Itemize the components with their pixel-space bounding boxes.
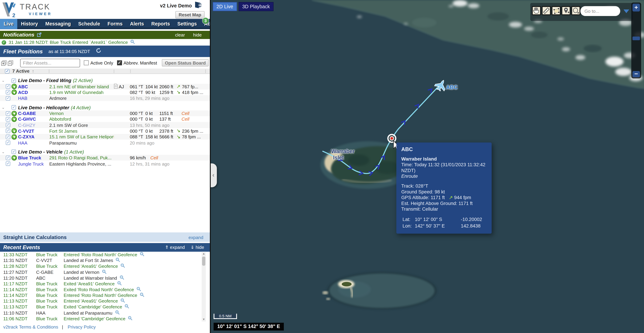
asset-checkbox[interactable] [6,96,10,100]
scroll-down-icon[interactable]: ▼ [202,317,206,322]
measure-tool-button[interactable] [542,6,551,15]
tab-settings[interactable]: Settings [174,19,200,29]
event-row[interactable]: 11:13 NZDTBlue TruckEntered 'Area91' Geo… [0,298,201,304]
scrollbar-thumb[interactable] [202,256,205,266]
asset-name[interactable]: C-ZXYA [18,134,49,140]
expand-all-icon[interactable]: + [1,60,6,66]
notifications-clear-link[interactable]: clear [175,32,185,37]
magnifier-icon[interactable] [116,258,121,263]
asset-name[interactable]: C-GHZY [18,122,49,128]
magnifier-icon[interactable] [120,263,125,269]
tab-history[interactable]: History [17,19,42,29]
tab-forms[interactable]: Forms [104,19,126,29]
fleet-group-row[interactable]: ⌄Live Demo - Fixed Wing(2 Active) [0,78,210,84]
magnifier-icon[interactable] [125,304,130,310]
filter-assets-input[interactable] [20,58,80,67]
refresh-icon[interactable] [96,48,102,55]
magnifier-icon[interactable] [130,40,135,45]
add-place-tool-button[interactable] [562,6,570,15]
asset-name[interactable]: C-VV2T [18,128,49,134]
mode-2d-live-button[interactable]: 2D Live [213,2,237,11]
magnifier-icon[interactable] [120,298,125,304]
magnifier-icon[interactable] [120,275,124,281]
tab-live[interactable]: Live [0,19,17,29]
tab-messaging[interactable]: Messaging [42,19,74,29]
group-checkbox[interactable] [12,150,16,154]
event-row[interactable]: 11:27 NZDTC-GABELanded at Vernon [0,269,201,275]
magnifier-icon[interactable] [117,281,122,286]
fleet-asset-row[interactable]: Jungle TruckEastern Highlands Province, … [0,161,210,166]
group-checkbox[interactable] [12,105,16,110]
magnifier-icon[interactable] [140,292,144,298]
asset-checkbox[interactable] [6,162,10,166]
aircraft-map-label[interactable]: ABC [446,84,458,90]
caret-down-icon[interactable]: ⌄ [2,150,6,154]
notification-item[interactable]: ✓ 31 Jan 11:28 NZDT: Blue Truck Entered … [0,39,210,46]
asset-checkbox[interactable] [6,84,10,89]
events-scrollbar[interactable]: ▲ ▼ [202,252,206,322]
asset-name[interactable]: Blue Truck [18,156,49,160]
fleet-asset-row[interactable]: ACD1.9 nm WNW of Gunnedah082 °T90 kt1259… [0,90,210,95]
asset-checkbox[interactable] [6,123,10,127]
circle-tool-button[interactable] [571,6,580,15]
fleet-asset-row[interactable]: C-GABEVernon000 °T0 kt1151 ftCell [0,110,210,116]
fleet-asset-row[interactable]: HAAParaparaumu20 mins ago [0,140,210,146]
fleet-asset-row[interactable]: HABArdmore16 hrs, 29 mins ago [0,95,210,101]
sidebar-collapse-handle[interactable]: ‹ [210,164,217,187]
fleet-asset-row[interactable]: C-GHZY2.1 nm SW of Gore13 hrs, 50 mins a… [0,122,210,128]
select-all-checkbox[interactable] [5,69,10,73]
caret-down-icon[interactable]: ⌄ [2,105,6,110]
fleet-group-row[interactable]: ⌄Live Demo - Vehicle(1 Active) [0,149,210,155]
asset-name[interactable]: ABC [18,84,49,89]
event-row[interactable]: 11:28 NZDTBlue TruckEntered 'Area91' Geo… [0,263,201,269]
event-row[interactable]: 11:13 NZDTBlue TruckExited 'Cambridge' G… [0,304,201,310]
event-row[interactable]: 11:17 NZDTBlue TruckExited 'Area91' Geof… [0,281,201,286]
scroll-up-icon[interactable]: ▲ [202,252,206,256]
sort-arrow-icon[interactable]: ↑ [32,68,34,74]
events-hide-link[interactable]: ⇓ hide [190,245,204,250]
asset-checkbox[interactable] [6,156,10,160]
asset-checkbox[interactable] [6,140,10,145]
notifications-hide-link[interactable]: hide [193,32,202,37]
magnifier-icon[interactable] [140,252,144,258]
collapse-all-icon[interactable]: − [8,60,13,66]
terms-link[interactable]: v2track Terms & Conditions [3,324,58,330]
polygon-tool-button[interactable] [552,6,560,15]
event-row[interactable]: 11:31 NZDTC-VV2TLanded at Fort St James [0,258,201,263]
straight-line-expand-link[interactable]: expand [188,235,203,240]
magnifier-icon[interactable] [136,286,141,292]
goto-search-input[interactable] [580,6,620,16]
magnifier-icon[interactable] [115,310,120,316]
asset-checkbox[interactable] [6,134,10,139]
event-row[interactable]: 11:33 NZDTBlue TruckEntered 'Roto Road N… [0,252,201,258]
zoom-in-button[interactable]: + [632,4,640,11]
caret-down-icon[interactable]: ⌄ [2,78,6,82]
external-link-icon[interactable] [37,31,41,38]
tab-schedule[interactable]: Schedule [74,19,104,29]
fleet-asset-row[interactable]: C-VV2TFort St James000 °T0 kt2378 ft↘236… [0,128,210,134]
manifest-doc-icon[interactable] [114,84,119,89]
fleet-asset-row[interactable]: Blue Truck291 Roto O Rangi Road, Puk...9… [0,155,210,161]
asset-name[interactable]: HAB [18,96,49,101]
asset-name[interactable]: C-GHVC [18,117,49,122]
active-only-checkbox[interactable] [84,60,89,66]
magnifier-icon[interactable] [102,269,107,275]
event-row[interactable]: 11:14 NZDTBlue TruckEntered 'Roto Road N… [0,292,201,298]
event-row[interactable]: 11:06 NZDTBlue TruckEntered 'Cambridge' … [0,316,201,322]
privacy-link[interactable]: Privacy Policy [68,324,96,330]
fleet-asset-row[interactable]: C-GHVCAbbotsford000 °T0 kt137 ftCell [0,116,210,122]
zoom-out-button[interactable]: − [632,71,640,77]
fleet-asset-row[interactable]: C-ZXYA15.1 nm SW of La Sarre Heliport088… [0,134,210,140]
tab-reports[interactable]: Reports [148,19,174,29]
goto-dropdown-icon[interactable] [624,10,629,13]
tab-alerts[interactable]: Alerts [126,19,148,29]
magnifier-icon[interactable] [128,316,133,321]
event-row[interactable]: 11:20 NZDTABCLanded at Warraber Island [0,275,201,281]
abbrev-manifest-checkbox[interactable] [117,60,122,66]
asset-name[interactable]: HAA [18,140,49,145]
fleet-group-row[interactable]: ⌄Live Demo - Helicopter(4 Active) [0,104,210,110]
group-checkbox[interactable] [12,78,16,83]
asset-checkbox[interactable] [6,111,10,116]
mode-3d-playback-button[interactable]: 3D Playback [238,2,274,11]
logout-icon[interactable] [194,1,202,8]
